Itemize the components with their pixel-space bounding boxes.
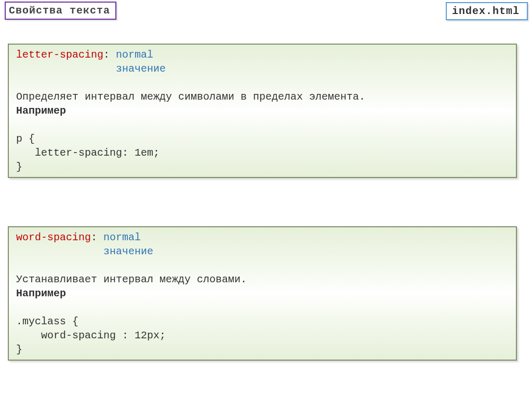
css-property: word-spacing — [16, 231, 91, 243]
filename-box: index.html — [446, 2, 528, 20]
code-line: word-spacing : 12px; — [10, 330, 166, 341]
code-line: .myclass { — [10, 315, 78, 327]
css-property: letter-spacing — [16, 49, 103, 61]
example-label: Например — [16, 287, 66, 299]
text-line: значение — [10, 63, 166, 75]
code-line: } — [10, 344, 22, 355]
text-line: Например — [10, 105, 66, 117]
code-example-block-2: word-spacing: normal значение Устанавлив… — [8, 226, 517, 361]
example-label: Например — [16, 105, 66, 117]
code-line: p { — [10, 133, 35, 145]
css-value: значение — [116, 63, 166, 75]
text-line: значение — [10, 245, 153, 257]
text-line: word-spacing: normal — [10, 231, 141, 243]
description-text: Устанавливает интервал между словами. — [10, 273, 247, 285]
css-value: normal — [103, 231, 141, 243]
page-title: Свойства текста — [9, 5, 110, 17]
text-line: letter-spacing: normal — [10, 49, 153, 61]
code-example-block-1: letter-spacing: normal значение Определя… — [8, 44, 517, 178]
code-line: letter-spacing: 1em; — [10, 147, 159, 159]
css-value: значение — [103, 245, 153, 257]
page-title-box: Свойства текста — [5, 2, 116, 20]
css-value: normal — [116, 49, 153, 61]
description-text: Определяет интервал между символами в пр… — [10, 91, 365, 103]
code-line: } — [10, 161, 22, 173]
filename-label: index.html — [452, 5, 520, 17]
text-line: Например — [10, 287, 66, 299]
